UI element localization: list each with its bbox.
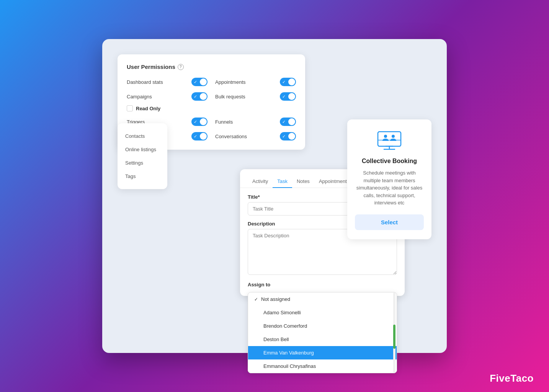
- toggle-triggers[interactable]: ✓: [191, 118, 208, 126]
- sidebar: Contacts Online listings Settings Tags: [118, 123, 167, 189]
- permission-label-dashboard: Dashboard stats: [127, 79, 163, 85]
- dropdown-item-emma[interactable]: Emma Van Valkenburg: [248, 346, 397, 359]
- svg-rect-0: [378, 132, 401, 146]
- toggle-appointments[interactable]: ✓: [280, 78, 296, 86]
- read-only-row: Read Only: [127, 105, 208, 111]
- permission-label-campaigns: Campaigns: [127, 94, 152, 100]
- sidebar-item-settings[interactable]: Settings: [118, 156, 167, 170]
- dropdown-item-adamo[interactable]: Adamo Simonelli: [248, 306, 397, 319]
- dropdown-item-emmanouil[interactable]: Emmanouil Chrysafinas: [248, 359, 397, 373]
- permission-row-bulk: Bulk requests ✓: [215, 92, 296, 101]
- brand-label: FiveTaco: [490, 372, 534, 384]
- booking-icon: [376, 129, 403, 152]
- toggle-campaigns[interactable]: ✓: [191, 92, 208, 101]
- dropdown-item-deston[interactable]: Deston Bell: [248, 333, 397, 346]
- booking-title: Collective Booking: [355, 158, 424, 165]
- permissions-title: User Permissions ?: [127, 64, 296, 70]
- svg-point-6: [392, 135, 395, 138]
- svg-point-5: [384, 135, 387, 138]
- tab-appointment[interactable]: Appointment: [314, 175, 351, 188]
- permission-row-appointments: Appointments ✓: [215, 78, 296, 86]
- scrollbar-track: [393, 292, 395, 373]
- permission-label-funnels: Funnels: [215, 119, 233, 125]
- assign-dropdown[interactable]: ✓ Not assigned Adamo Simonelli Brendon C…: [248, 292, 397, 373]
- permission-row-conversations: Conversations ✓: [215, 132, 296, 140]
- read-only-label: Read Only: [136, 106, 160, 111]
- assign-label: Assign to: [248, 282, 397, 287]
- read-only-checkbox[interactable]: [127, 105, 133, 111]
- permissions-heading: User Permissions: [127, 64, 175, 70]
- dropdown-item-not-assigned[interactable]: ✓ Not assigned: [248, 292, 397, 306]
- toggle-opportunities[interactable]: ✓: [191, 132, 208, 140]
- permission-label-bulk: Bulk requests: [215, 94, 245, 100]
- permission-row-funnels: Funnels ✓: [215, 118, 296, 126]
- sidebar-item-online-listings[interactable]: Online listings: [118, 143, 167, 156]
- booking-description: Schedule meetings with multiple team mem…: [355, 169, 424, 207]
- toggle-dashboard[interactable]: ✓: [191, 78, 208, 86]
- main-container: User Permissions ? Dashboard stats ✓ App…: [102, 39, 447, 353]
- select-button[interactable]: Select: [355, 214, 424, 230]
- permission-row-campaigns: Campaigns ✓: [127, 92, 208, 101]
- tab-task[interactable]: Task: [273, 175, 292, 188]
- toggle-bulk[interactable]: ✓: [280, 92, 296, 101]
- sidebar-item-tags[interactable]: Tags: [118, 170, 167, 183]
- toggle-conversations[interactable]: ✓: [280, 132, 296, 140]
- sidebar-item-contacts[interactable]: Contacts: [118, 129, 167, 143]
- permission-row-dashboard: Dashboard stats ✓: [127, 78, 208, 86]
- checkmark-icon: ✓: [254, 297, 258, 302]
- scrollbar-thumb: [393, 325, 395, 349]
- permission-label-appointments: Appointments: [215, 79, 246, 85]
- tab-notes[interactable]: Notes: [292, 175, 314, 188]
- permission-label-conversations: Conversations: [215, 134, 247, 139]
- help-icon[interactable]: ?: [178, 64, 184, 70]
- booking-panel: Collective Booking Schedule meetings wit…: [347, 119, 431, 239]
- toggle-funnels[interactable]: ✓: [280, 118, 296, 126]
- tab-activity[interactable]: Activity: [248, 175, 273, 188]
- dropdown-item-brendon[interactable]: Brendon Comerford: [248, 319, 397, 333]
